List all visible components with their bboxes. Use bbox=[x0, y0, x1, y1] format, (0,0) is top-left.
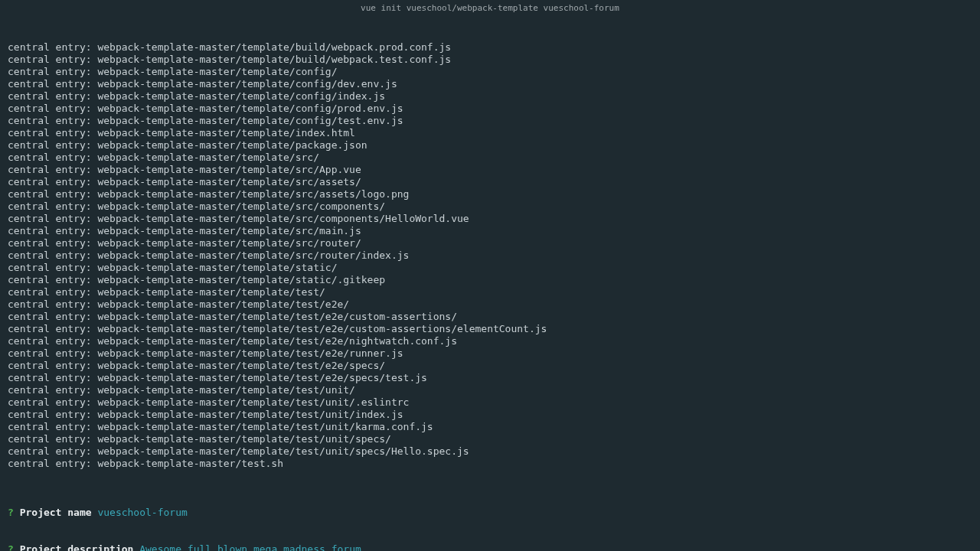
prompt-project-description: ? Project description Awesome full blown… bbox=[8, 543, 972, 551]
log-line: central entry: webpack-template-master/t… bbox=[8, 152, 972, 164]
log-line: central entry: webpack-template-master/t… bbox=[8, 54, 972, 66]
log-line: central entry: webpack-template-master/t… bbox=[8, 433, 972, 445]
log-line: central entry: webpack-template-master/t… bbox=[8, 298, 972, 311]
log-line: central entry: webpack-template-master/t… bbox=[8, 384, 972, 396]
log-line: central entry: webpack-template-master/t… bbox=[8, 262, 972, 274]
terminal-output[interactable]: central entry: webpack-template-master/t… bbox=[0, 17, 980, 551]
log-line: central entry: webpack-template-master/t… bbox=[8, 164, 972, 176]
log-line: central entry: webpack-template-master/t… bbox=[8, 139, 972, 152]
log-line: central entry: webpack-template-master/t… bbox=[8, 372, 972, 384]
log-line: central entry: webpack-template-master/t… bbox=[8, 213, 972, 225]
prompt-project-name: ? Project name vueschool-forum bbox=[8, 507, 972, 519]
log-line: central entry: webpack-template-master/t… bbox=[8, 115, 972, 127]
log-line: central entry: webpack-template-master/t… bbox=[8, 458, 972, 470]
log-line: central entry: webpack-template-master/t… bbox=[8, 225, 972, 237]
log-line: central entry: webpack-template-master/t… bbox=[8, 421, 972, 433]
log-line: central entry: webpack-template-master/t… bbox=[8, 286, 972, 298]
log-line: central entry: webpack-template-master/t… bbox=[8, 90, 972, 103]
log-line: central entry: webpack-template-master/t… bbox=[8, 176, 972, 188]
log-line: central entry: webpack-template-master/t… bbox=[8, 78, 972, 90]
log-line: central entry: webpack-template-master/t… bbox=[8, 409, 972, 421]
log-line: central entry: webpack-template-master/t… bbox=[8, 41, 972, 54]
log-line: central entry: webpack-template-master/t… bbox=[8, 335, 972, 347]
log-line: central entry: webpack-template-master/t… bbox=[8, 188, 972, 201]
log-line: central entry: webpack-template-master/t… bbox=[8, 311, 972, 323]
log-line: central entry: webpack-template-master/t… bbox=[8, 249, 972, 262]
log-line: central entry: webpack-template-master/t… bbox=[8, 347, 972, 360]
log-line: central entry: webpack-template-master/t… bbox=[8, 445, 972, 458]
log-line: central entry: webpack-template-master/t… bbox=[8, 103, 972, 115]
log-line: central entry: webpack-template-master/t… bbox=[8, 360, 972, 372]
log-line: central entry: webpack-template-master/t… bbox=[8, 323, 972, 335]
window-title: vue init vueschool/webpack-template vues… bbox=[0, 0, 980, 17]
log-line: central entry: webpack-template-master/t… bbox=[8, 66, 972, 78]
log-line: central entry: webpack-template-master/t… bbox=[8, 127, 972, 139]
log-line: central entry: webpack-template-master/t… bbox=[8, 201, 972, 213]
log-line: central entry: webpack-template-master/t… bbox=[8, 274, 972, 286]
log-line: central entry: webpack-template-master/t… bbox=[8, 237, 972, 249]
log-line: central entry: webpack-template-master/t… bbox=[8, 396, 972, 409]
